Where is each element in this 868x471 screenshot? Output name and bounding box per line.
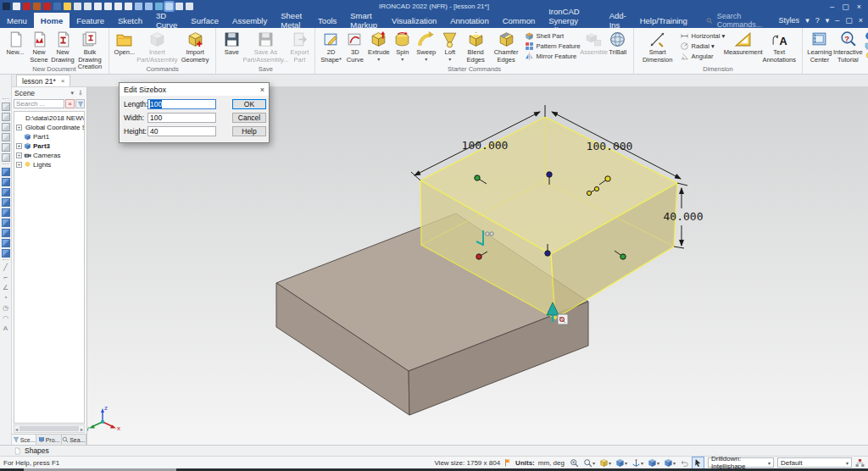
styles-dropdown[interactable]: Styles <box>779 16 800 25</box>
drilldown-combobox[interactable]: Drilldown: Intellishape▾ <box>708 457 774 468</box>
menu-right-glyph-1-icon[interactable]: ? <box>815 16 820 25</box>
tab-smart-markup[interactable]: Smart Markup <box>343 13 385 28</box>
leftbar-tool-dim-icon[interactable]: ⌐ <box>2 274 10 282</box>
leftbar-catalog-cube-7-icon[interactable] <box>2 229 10 237</box>
leftbar-tool-clock2-icon[interactable]: ◷ <box>2 304 10 313</box>
leftbar-catalog-cube-5-icon[interactable] <box>2 208 10 217</box>
tab-ironcad-synergy-client[interactable]: IronCAD Synergy Client <box>542 13 602 28</box>
qat-new-drawing-icon[interactable] <box>33 3 41 10</box>
leftbar-catalog-cube-6-icon[interactable] <box>2 219 10 227</box>
qat-new-part-icon[interactable] <box>53 3 61 10</box>
ribbon-item-pattern-feature[interactable]: Pattern Feature <box>525 42 581 51</box>
leftbar-tool-angle-icon[interactable]: ∠ <box>2 284 10 292</box>
qat-more-icon[interactable] <box>196 3 203 10</box>
tab-add-ins[interactable]: Add-Ins <box>603 13 633 28</box>
ok-button[interactable]: OK <box>232 99 266 109</box>
leftbar-catalog-cube-9-icon[interactable] <box>2 249 10 258</box>
qat-search-icon[interactable] <box>125 3 132 10</box>
ribbon-item-spin[interactable]: Spin▾ <box>391 30 415 63</box>
undo-view-button[interactable] <box>678 457 691 469</box>
ribbon-item-text-annotations[interactable]: Text Annotations <box>760 30 798 64</box>
menu-right-glyph-0-icon[interactable]: ▾ <box>805 16 810 25</box>
height-input[interactable]: 40 <box>147 126 216 136</box>
tree-expander-icon[interactable]: + <box>16 125 22 130</box>
dim-height-label[interactable]: 40.000 <box>664 210 704 223</box>
panel-tab-sea-[interactable]: Sea... <box>62 435 86 445</box>
ribbon-item-save-as-part-assembly-[interactable]: Save As Part/Assembly... <box>243 30 287 64</box>
width-input[interactable]: 100 <box>147 113 216 123</box>
tab-surface[interactable]: Surface <box>184 13 225 28</box>
tree-node-global-coordinate-sy[interactable]: +Global Coordinate Sy <box>14 123 84 132</box>
menu-right-glyph-3-icon[interactable]: – <box>835 16 839 25</box>
tab-visualization[interactable]: Visualization <box>385 13 443 28</box>
ribbon-item-shell-part[interactable]: Shell Part <box>525 31 581 41</box>
scene-search-clear-button[interactable]: × <box>65 99 75 108</box>
tab-sheet-metal[interactable]: Sheet Metal <box>274 13 311 28</box>
leftbar-shape-slab-icon[interactable] <box>2 113 10 121</box>
leftbar-shape-cone-icon[interactable] <box>2 133 10 141</box>
menu-right-glyph-5-icon[interactable]: × <box>859 16 863 25</box>
ribbon-item-2d-shape-[interactable]: 2D Shape* <box>319 30 342 64</box>
ribbon-item-open-[interactable]: Open... <box>113 30 136 58</box>
camera-mode-button[interactable]: ▾ <box>646 457 661 469</box>
restore-button[interactable]: ▢ <box>842 3 849 11</box>
scene-tree-hscrollbar[interactable]: ◂▸ <box>14 424 85 433</box>
ribbon-item-chamfer-edges[interactable]: Chamfer Edges <box>489 30 522 64</box>
command-search[interactable]: Search Commands... <box>706 13 779 28</box>
render-mode-button[interactable]: ▾ <box>598 457 613 469</box>
scene-search-input[interactable]: Search ... <box>14 99 64 108</box>
scene-panel-menu-caret-icon[interactable]: ▾ <box>70 90 74 97</box>
leftbar-catalog-cube-2-icon[interactable] <box>2 178 10 186</box>
leftbar-tool-clock1-icon[interactable]: ◔ <box>2 294 10 302</box>
tree-expander-icon[interactable]: + <box>16 152 22 158</box>
ribbon-item-help-tutorials[interactable]: Help Tutorials <box>865 42 868 51</box>
structure-icon[interactable] <box>855 458 865 468</box>
dim-length-label[interactable]: 100.000 <box>462 139 509 152</box>
ribbon-item-angular[interactable]: Angular <box>680 52 726 61</box>
scene-search-filter-button[interactable] <box>75 99 85 108</box>
tab-tools[interactable]: Tools <box>311 13 343 28</box>
qat-print-icon[interactable] <box>94 3 102 10</box>
dim-width-label[interactable]: 100.000 <box>587 140 633 152</box>
leftbar-shape-sphere-icon[interactable] <box>2 143 10 152</box>
tab-home[interactable]: Home <box>34 13 70 28</box>
tab-common[interactable]: Common <box>496 13 542 28</box>
length-input[interactable]: 100 <box>147 99 216 109</box>
tab-help-training[interactable]: Help/Training <box>633 13 694 28</box>
ribbon-item-new-scene[interactable]: New Scene <box>27 30 51 64</box>
qat-list-icon[interactable] <box>186 3 193 10</box>
leftbar-catalog-cube-4-icon[interactable] <box>2 198 10 207</box>
qat-save-icon[interactable] <box>74 3 81 10</box>
qat-save-as-icon[interactable] <box>84 3 92 10</box>
ribbon-item-new-drawing[interactable]: New Drawing <box>51 30 75 64</box>
qat-undo-icon[interactable] <box>135 3 142 10</box>
zoom-in-button[interactable] <box>568 457 581 469</box>
tree-node-part3[interactable]: +Part3 <box>14 141 84 151</box>
ribbon-item-insert-part-assembly[interactable]: Insert Part/Assembly <box>136 30 178 64</box>
panel-tab-pro-[interactable]: Pro... <box>36 435 61 445</box>
ribbon-item-triball[interactable]: TriBall <box>606 30 630 58</box>
leftbar-shape-torus-icon[interactable] <box>2 153 10 162</box>
ribbon-item-radial-[interactable]: Radial ▾ <box>680 42 726 51</box>
leftbar-shape-cylinder-icon[interactable] <box>2 123 10 131</box>
units-value[interactable]: mm, deg <box>538 459 565 467</box>
cancel-button[interactable]: Cancel <box>232 113 266 123</box>
qat-open-file-icon[interactable] <box>64 3 71 10</box>
select-cursor-button[interactable] <box>692 457 704 469</box>
qat-attach-icon[interactable] <box>114 3 122 10</box>
ribbon-item-learning-center[interactable]: Learning Center <box>806 30 832 64</box>
tree-expander-icon[interactable]: + <box>16 162 22 168</box>
ribbon-item-export-part[interactable]: Export Part <box>287 30 311 64</box>
ribbon-item-save[interactable]: Save <box>220 30 243 58</box>
ribbon-item-loft[interactable]: Loft▾ <box>438 30 462 63</box>
ribbon-item-sweep[interactable]: Sweep▾ <box>415 30 438 63</box>
qat-render-icon[interactable] <box>104 3 112 10</box>
tree-expander-icon[interactable]: + <box>16 143 22 149</box>
menu-right-glyph-4-icon[interactable]: ▢ <box>845 16 853 25</box>
close-button[interactable]: × <box>857 3 861 11</box>
qat-snap-icon[interactable] <box>165 3 173 10</box>
ribbon-item-extrude[interactable]: Extrude▾ <box>367 30 391 63</box>
config-combobox[interactable]: Default▾ <box>777 457 852 468</box>
leftbar-tool-arc-icon[interactable]: ◠ <box>2 314 10 323</box>
view-cube-button[interactable]: ▾ <box>614 457 629 469</box>
